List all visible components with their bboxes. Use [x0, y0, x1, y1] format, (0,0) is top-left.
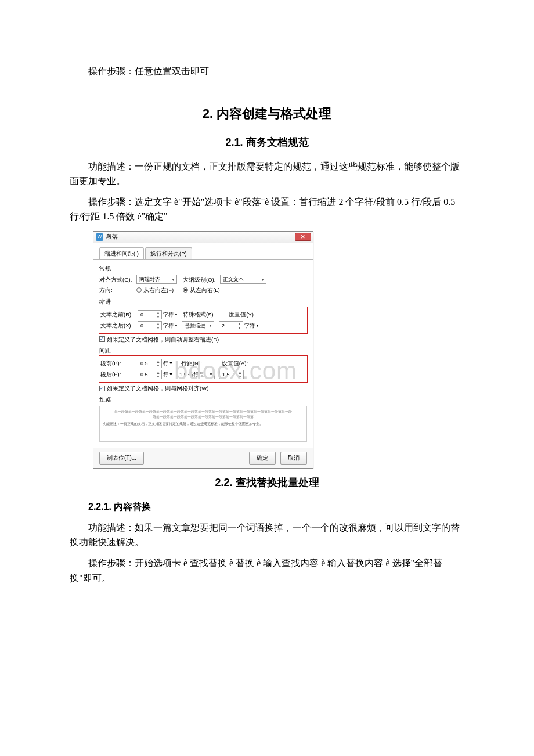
dialog-tabs: 缩进和间距(I) 换行和分页(P)	[93, 243, 313, 259]
dropdown-icon: ▼	[174, 311, 178, 318]
steps-2-1: 操作步骤：选定文字 è"开始"选项卡 è"段落"è 设置：首行缩进 2 个字符/…	[70, 195, 464, 224]
after-text-value: 0	[140, 322, 143, 330]
outline-label: 大纲级别(O):	[183, 275, 220, 284]
grid-align-label: 如果定义了文档网格，则与网格对齐(W)	[107, 384, 208, 393]
dropdown-icon: ▼	[169, 371, 173, 377]
align-label: 对齐方式(G):	[99, 275, 136, 284]
space-before-value: 0.5	[140, 359, 148, 368]
app-icon: W	[96, 233, 103, 241]
grid-align-check[interactable]	[99, 386, 105, 391]
char-unit: 字符	[163, 311, 174, 319]
space-after-input[interactable]: 0.5▲▼	[138, 370, 162, 379]
outline-select[interactable]: 正文文本▼	[220, 275, 266, 284]
heading-2: 2. 内容创建与格式处理	[70, 103, 464, 124]
desc-2-2-1: 功能描述：如果一篇文章想要把同一个词语换掉，一个一个的改很麻烦，可以用到文字的替…	[70, 520, 464, 550]
space-before-label: 段前(B):	[100, 359, 138, 368]
preview-box: 前一段落前一段落前一段落前一段落前一段落前一段落前一段落前一段落前一段落前一段落…	[99, 406, 307, 442]
after-text-input[interactable]: 0▲▼	[138, 321, 162, 330]
tab-linebreak-paging[interactable]: 换行和分页(P)	[145, 247, 192, 260]
dialog-titlebar: W 段落 ✕	[93, 232, 313, 243]
setval-value: 1.5	[222, 370, 230, 379]
dialog-body: 常规 对齐方式(G): 两端对齐▼ 大纲级别(O): 正文文本▼ 方向: 从右向…	[93, 259, 313, 448]
spinner-icon: ▲▼	[156, 370, 160, 379]
before-text-value: 0	[140, 311, 143, 319]
outline-value: 正文文本	[223, 275, 244, 283]
space-after-value: 0.5	[140, 370, 148, 379]
section-preview: 预览	[99, 395, 307, 404]
heading-2-2-1: 2.2.1. 内容替换	[70, 499, 464, 514]
dropdown-icon: ▼	[169, 360, 173, 366]
metric-value: 2	[222, 322, 225, 330]
steps-2-2-1: 操作步骤：开始选项卡 è 查找替换 è 替换 è 输入查找内容 è 输入替换内容…	[70, 556, 464, 585]
dropdown-icon: ▼	[209, 371, 213, 377]
paragraph-dialog: W 段落 ✕ 缩进和间距(I) 换行和分页(P) 常规 对齐方式(G): 两端对…	[93, 231, 313, 469]
special-label: 特殊格式(S):	[183, 310, 215, 319]
special-value: 悬挂缩进	[185, 322, 205, 330]
linespace-select[interactable]: 1.5 倍行距▼	[176, 370, 215, 379]
preview-sample: 功能描述：一份正规的文档，正文排版需要特定的规范，通过这些规范标准，能够使整个版…	[103, 422, 304, 426]
before-text-label: 文本之前(R):	[100, 310, 138, 319]
setval-label: 设置值(A):	[222, 359, 248, 368]
section-general: 常规	[99, 264, 307, 273]
dropdown-icon: ▼	[208, 322, 212, 329]
spinner-icon: ▲▼	[238, 370, 242, 379]
line-unit: 行	[163, 370, 168, 379]
space-before-input[interactable]: 0.5▲▼	[138, 359, 162, 368]
dialog-buttons: 制表位(T)... 确定 取消	[93, 448, 313, 468]
radio-ltr[interactable]	[183, 287, 188, 293]
align-select[interactable]: 两端对齐▼	[136, 275, 177, 284]
spinner-icon: ▲▼	[156, 311, 160, 319]
line-unit: 行	[163, 359, 168, 368]
cancel-button[interactable]: 取消	[280, 452, 307, 465]
before-text-input[interactable]: 0▲▼	[138, 310, 162, 319]
section-indent: 缩进	[99, 297, 307, 306]
char-unit: 字符	[244, 322, 255, 330]
spacing-highlight: 段前(B): 0.5▲▼ 行▼ 行距(N): 设置值(A): 段后(E): 0.…	[99, 356, 307, 382]
auto-indent-check[interactable]	[99, 336, 105, 342]
dropdown-icon: ▼	[174, 322, 178, 329]
spinner-icon: ▲▼	[156, 359, 160, 368]
section-spacing: 间距	[99, 346, 307, 355]
heading-2-1: 2.1. 商务文档规范	[70, 134, 464, 151]
align-value: 两端对齐	[139, 275, 160, 283]
radio-rtl[interactable]	[136, 287, 142, 293]
preview-context: 前一段落前一段落前一段落前一段落前一段落前一段落前一段落前一段落前一段落前一段落…	[103, 409, 304, 419]
tab-indent-spacing[interactable]: 缩进和间距(I)	[99, 247, 144, 260]
desc-2-1: 功能描述：一份正规的文档，正文排版需要特定的规范，通过这些规范标准，能够使整个版…	[70, 159, 464, 189]
dropdown-icon: ▼	[261, 276, 265, 283]
dialog-title: 段落	[106, 232, 118, 242]
heading-2-2: 2.2. 查找替换批量处理	[70, 474, 464, 491]
ok-button[interactable]: 确定	[249, 452, 276, 465]
spinner-icon: ▲▼	[237, 322, 241, 330]
linespace-value: 1.5 倍行距	[179, 370, 204, 379]
spinner-icon: ▲▼	[156, 322, 160, 330]
intro-step: 操作步骤：任意位置双击即可	[70, 64, 464, 79]
space-after-label: 段后(E):	[100, 370, 138, 379]
indent-highlight: 文本之前(R): 0▲▼ 字符▼ 特殊格式(S): 度量值(Y): 文本之后(X…	[99, 307, 307, 333]
metric-label: 度量值(Y):	[229, 310, 255, 319]
tabstop-button[interactable]: 制表位(T)...	[99, 452, 144, 465]
auto-indent-label: 如果定义了文档网格，则自动调整右缩进(D)	[107, 335, 219, 344]
special-select[interactable]: 悬挂缩进▼	[182, 321, 214, 330]
rtl-label: 从右向左(F)	[143, 286, 174, 294]
dropdown-icon: ▼	[255, 322, 259, 329]
paragraph-dialog-screenshot: W 段落 ✕ 缩进和间距(I) 换行和分页(P) 常规 对齐方式(G): 两端对…	[93, 231, 464, 469]
ltr-label: 从左向右(L)	[190, 286, 220, 294]
dropdown-icon: ▼	[171, 276, 175, 283]
after-text-label: 文本之后(X):	[100, 321, 138, 330]
close-icon[interactable]: ✕	[295, 233, 311, 241]
metric-input[interactable]: 2▲▼	[219, 321, 243, 330]
linespace-label: 行距(N):	[181, 359, 202, 368]
direction-label: 方向:	[99, 286, 136, 294]
setval-input[interactable]: 1.5▲▼	[219, 370, 244, 379]
char-unit: 字符	[163, 322, 174, 330]
